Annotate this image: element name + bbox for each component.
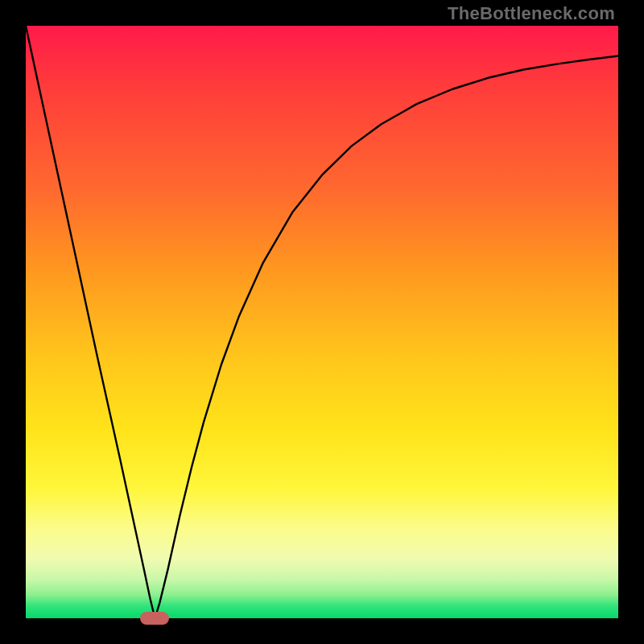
plot-area: [26, 26, 618, 618]
curve-path: [26, 26, 618, 618]
chart-frame: TheBottleneck.com: [0, 0, 644, 644]
watermark-text: TheBottleneck.com: [448, 3, 615, 24]
bottleneck-curve: [26, 26, 618, 618]
optimal-marker: [140, 612, 169, 625]
